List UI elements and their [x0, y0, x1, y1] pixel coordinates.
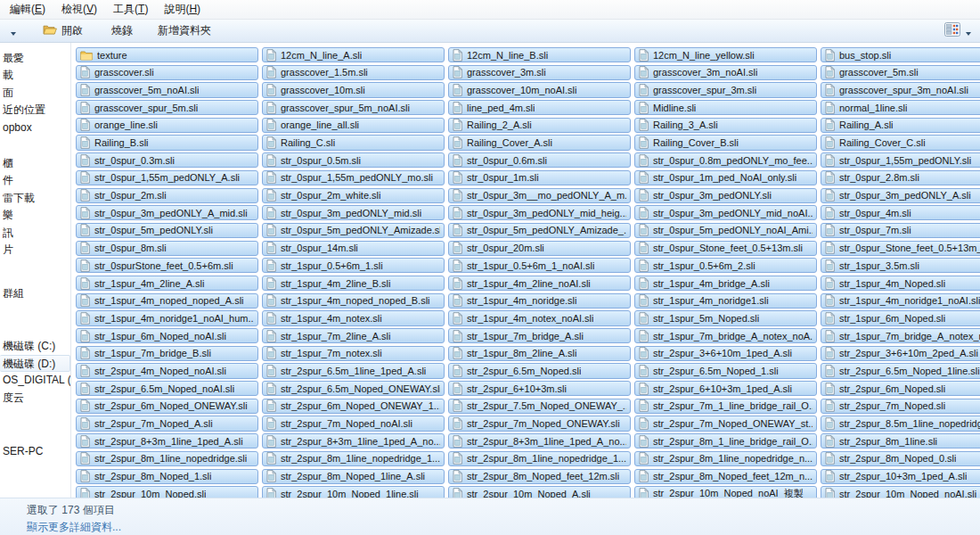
file-item[interactable]: str_0spur_8m.sli: [76, 241, 258, 256]
file-item[interactable]: str_1spur_0.5+6m_2.sli: [634, 258, 817, 273]
file-item[interactable]: grasscover_1.5m.sli: [262, 65, 445, 80]
menu-help[interactable]: 說明(H): [156, 0, 208, 20]
file-item[interactable]: str_0spur_0.8m_pedONLY_mo_fee...: [634, 152, 817, 168]
file-item[interactable]: str_0spur_1m.sli: [448, 170, 631, 185]
file-item[interactable]: str_1spur_7m_notex.sli: [262, 346, 445, 361]
file-item[interactable]: str_0spur_7m.sli: [821, 223, 980, 238]
file-item[interactable]: grasscover_spur_5m.sli: [76, 100, 258, 115]
file-item[interactable]: str_1spur_7m_2line_A.sli: [262, 328, 445, 343]
open-button[interactable]: 開啟: [37, 20, 89, 42]
file-item[interactable]: str_0spur_Stone_feet_0.5+13m_1: [821, 241, 980, 256]
sidebar-item[interactable]: 樂: [0, 207, 70, 224]
file-item[interactable]: str_1spur_4m_noped_noped_A.sli: [76, 293, 258, 309]
file-item[interactable]: str_0spur_1m_ped_NoAI_only.sli: [634, 170, 817, 185]
file-item[interactable]: str_1spur_4m_Noped.sli: [821, 276, 980, 291]
file-item[interactable]: str_2spur_8m_1line_nopedridge_1...: [448, 451, 631, 466]
file-item[interactable]: str_1spur_7m_bridge_A.sli: [448, 328, 631, 343]
file-item[interactable]: str_2spur_10m_Noped_1line.sli: [262, 486, 445, 498]
file-item[interactable]: str_1spur_0.5+6m_1_noAI.sli: [448, 258, 631, 273]
file-item[interactable]: str_1spur_7m_bridge_A_notex_no: [821, 328, 980, 343]
file-item[interactable]: str_0spur_3m__mo_pedONLY_A_m...: [448, 188, 631, 203]
file-item[interactable]: str_1spur_6m_Noped_noAI.sli: [76, 328, 258, 343]
file-item[interactable]: str_0spur_3m_pedONLY_mid_heig...: [448, 205, 631, 220]
menu-tools[interactable]: 工具(T): [105, 0, 156, 20]
file-item[interactable]: 12cm_N_line_A.sli: [262, 47, 445, 62]
file-item[interactable]: str_2spur_8+3m_1line_1ped_A_no...: [262, 433, 445, 449]
file-item[interactable]: str_2spur_10m_Noped_noAI_複製: [634, 486, 817, 498]
sidebar-item[interactable]: 訊: [0, 225, 70, 242]
views-button[interactable]: [944, 22, 960, 40]
sidebar-item[interactable]: 度云: [0, 390, 70, 407]
file-item[interactable]: grasscover_spur_3m.sli: [634, 82, 817, 97]
file-item[interactable]: str_2spur_8m_1_line_bridge_rail_O...: [634, 433, 817, 449]
file-item[interactable]: str_2spur_6.5m_Noped_1.sli: [634, 363, 817, 378]
file-item[interactable]: str_0spur_1,55m_pedONLY.sli: [821, 152, 980, 168]
file-item[interactable]: str_2spur_3+6+10m_1ped_A.sli: [634, 346, 817, 361]
file-item[interactable]: str_1spur_4m_noridge1_noAI.sli: [821, 293, 980, 309]
file-item[interactable]: str_2spur_8m_1line_nopedridge.sli: [76, 451, 258, 466]
file-item[interactable]: normal_1line.sli: [821, 100, 980, 115]
file-item[interactable]: str_0spur_2.8m.sli: [821, 170, 980, 185]
file-item[interactable]: str_1spur_7m_bridge_B.sli: [76, 346, 258, 361]
file-item[interactable]: str_1spur_6m_Noped.sli: [821, 310, 980, 325]
file-item[interactable]: str_1spur_4m_2line_A.sli: [76, 276, 258, 291]
file-item[interactable]: str_0spur_1,55m_pedONLY_A.sli: [76, 170, 258, 185]
sidebar-item[interactable]: SER-PC: [0, 443, 70, 460]
file-item[interactable]: str_0spur_14m.sli: [262, 241, 445, 256]
file-item[interactable]: str_0spurStone_feet_0.5+6m.sli: [76, 258, 258, 273]
file-item[interactable]: str_2spur_8m_Noped_1.sli: [76, 469, 258, 484]
menu-edit[interactable]: 編輯(E): [2, 0, 53, 20]
file-item[interactable]: str_2spur_7m_Noped_A.sli: [76, 416, 258, 431]
file-item[interactable]: grasscover_spur_3m_noAI.sli: [821, 82, 980, 97]
show-more-details-link[interactable]: 顯示更多詳細資料...: [27, 520, 121, 535]
file-item[interactable]: str_0spur_0.5m.sli: [262, 152, 445, 168]
file-item[interactable]: Midline.sli: [634, 100, 817, 115]
file-item[interactable]: str_2spur_8m_Noped_feet_12m.sli: [448, 469, 631, 484]
file-item[interactable]: str_0spur_3m_pedONLY_A.sli: [821, 188, 980, 203]
file-item[interactable]: str_2spur_8m_Noped_0.sli: [821, 451, 980, 466]
file-item[interactable]: str_2spur_6.5m_Noped_noAI.sli: [76, 381, 258, 396]
file-item[interactable]: str_2spur_6.5m_Noped_1line.sli: [821, 363, 980, 378]
file-item[interactable]: str_2spur_8m_1line_nopedridge_1...: [262, 451, 445, 466]
file-item[interactable]: grasscover_3m.sli: [448, 65, 631, 80]
file-item[interactable]: orange_line.sli: [76, 118, 258, 133]
file-item[interactable]: grasscover_spur_5m_noAI.sli: [262, 100, 445, 115]
file-item[interactable]: Railing_3_A.sli: [634, 118, 817, 133]
file-item[interactable]: str_1spur_4m_2line_noAI.sli: [448, 276, 631, 291]
sidebar-item-selected-drive-d[interactable]: 機磁碟 (D:): [0, 355, 70, 372]
file-item[interactable]: str_2spur_10+3m_1ped_A.sli: [821, 469, 980, 484]
file-item[interactable]: str_0spur_4m.sli: [821, 205, 980, 220]
sidebar-item[interactable]: 件: [0, 172, 70, 189]
file-item[interactable]: str_0spur_5m_pedONLY_Amizade_...: [448, 223, 631, 238]
file-item[interactable]: bus_stop.sli: [821, 47, 980, 62]
file-item[interactable]: str_0spur_5m_pedONLY.sli: [76, 223, 258, 238]
file-item[interactable]: str_2spur_10m_Noped.sli: [76, 486, 258, 498]
file-item[interactable]: str_0spur_5m_pedONLY_Amizade.sli: [262, 223, 445, 238]
file-item[interactable]: 12cm_N_line_yellow.sli: [634, 47, 817, 62]
file-item[interactable]: str_2spur_4m_Noped_noAI.sli: [76, 363, 258, 378]
file-item[interactable]: Railing_Cover_B.sli: [634, 135, 817, 150]
file-item[interactable]: Railing_B.sli: [76, 135, 258, 150]
sidebar-item[interactable]: 載: [0, 67, 70, 84]
views-dropdown-button[interactable]: [966, 23, 971, 39]
file-item[interactable]: str_1spur_4m_noped_noped_B.sli: [262, 293, 445, 309]
file-item[interactable]: str_2spur_7.5m_Noped_ONEWAY_...: [448, 399, 631, 414]
file-item[interactable]: str_2spur_6m_Noped_ONEWAY.sli: [76, 399, 258, 414]
file-item[interactable]: str_1spur_4m_notex_noAI.sli: [448, 310, 631, 325]
file-item[interactable]: str_2spur_6.5m_1line_1ped_A.sli: [262, 363, 445, 378]
file-item[interactable]: str_1spur_4m_noridge.sli: [448, 293, 631, 309]
file-item[interactable]: str_2spur_6.5m_Noped_ONEWAY.sli: [262, 381, 445, 396]
file-item[interactable]: str_1spur_4m_notex.sli: [262, 310, 445, 325]
file-item[interactable]: str_0spur_3m_pedONLY_mid_noAI...: [634, 205, 817, 220]
file-item[interactable]: grasscover_5m.sli: [821, 65, 980, 80]
file-item[interactable]: str_1spur_8m_2line_A.sli: [448, 346, 631, 361]
sidebar-item[interactable]: 櫃: [0, 155, 70, 172]
file-item[interactable]: str_0spur_3m_pedONLY_mid.sli: [262, 205, 445, 220]
file-item[interactable]: str_1spur_4m_noridge1_noAI_hum...: [76, 310, 258, 325]
sidebar-item[interactable]: 片: [0, 242, 70, 259]
file-item[interactable]: str_2spur_8m_1line.sli: [821, 433, 980, 449]
file-item[interactable]: str_2spur_6+10+3m.sli: [448, 381, 631, 396]
sidebar-item[interactable]: opbox: [0, 119, 70, 136]
file-item[interactable]: str_2spur_7m_Noped_noAI.sli: [262, 416, 445, 431]
file-item[interactable]: str_2spur_7m_Noped_ONEWAY.sli: [448, 416, 631, 431]
